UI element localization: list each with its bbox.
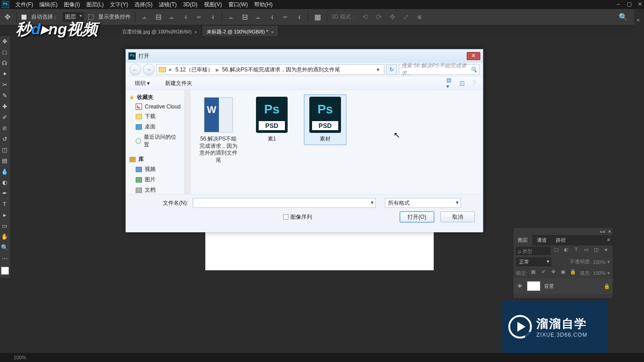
edit-toolbar-icon[interactable]: ⋯ [0,255,9,264]
window-maximize-icon[interactable]: ▢ [626,1,632,7]
dialog-close-button[interactable]: ✕ [467,52,480,60]
file-item-psd-1[interactable]: PsPSD 素1 [251,94,293,145]
file-item-psd-2[interactable]: PsPSD 素材 [304,94,346,145]
path-bar[interactable]: « 5.12（已审核） ▶ 56.解决PS不能完成请求，因为意外的遇到文件尾 ▾ [156,64,384,75]
gradient-tool-icon[interactable]: ▤ [0,157,9,166]
menu-3d[interactable]: 3D(D) [183,1,198,8]
align-hcenter-icon[interactable]: ⫟ [194,13,204,22]
lock-pixels-icon[interactable]: ▦ [529,269,537,277]
newfolder-button[interactable]: 新建文件夹 [161,79,196,88]
search-icon[interactable]: 🔍 [619,13,628,22]
path-segment-1[interactable]: 5.12（已审核） [175,66,214,74]
layer-thumbnail[interactable] [527,281,540,291]
fill-value[interactable]: 100% [593,270,606,276]
menu-layer[interactable]: 图层(L) [86,1,104,9]
tab-layers[interactable]: 图层 [513,235,532,245]
view-mode-button[interactable]: ▤ ▾ [446,79,454,87]
lock-artboard-icon[interactable]: ▣ [559,269,567,277]
auto-align-icon[interactable]: ▦ [313,13,322,22]
filter-type-icon[interactable]: T [572,247,580,255]
color-swatch[interactable] [1,267,9,275]
align-right-icon[interactable]: ⫞ [208,13,217,22]
sidebar-videos[interactable]: 视频 [126,164,184,174]
pen-tool-icon[interactable]: ✒ [0,190,9,199]
shape-tool-icon[interactable]: ▭ [0,222,9,231]
sidebar-pictures[interactable]: 图片 [126,174,184,185]
sidebar-downloads[interactable]: 下载 [126,111,184,122]
panel-close-icon[interactable]: × [608,229,611,234]
filter-smart-icon[interactable]: ◫ [592,247,600,255]
sidebar-favorites[interactable]: ★收藏夹 [126,93,184,102]
sidebar-creative-cloud[interactable]: Creative Cloud [126,102,184,111]
magic-wand-tool-icon[interactable]: ✦ [0,71,9,80]
tab-channels[interactable]: 通道 [532,235,551,245]
healing-tool-icon[interactable]: ✚ [0,103,9,112]
crop-tool-icon[interactable]: ✂ [0,81,9,90]
tab-close-icon[interactable]: × [271,29,274,35]
tab-close-icon[interactable]: × [194,29,197,35]
zoom-tool-icon[interactable]: 🔍 [0,244,9,253]
menu-edit[interactable]: 编辑(E) [39,1,57,9]
sidebar-documents[interactable]: 文档 [126,185,184,194]
lock-all-icon[interactable]: 🔒 [569,269,577,277]
panel-collapse-icon[interactable]: « [634,16,642,24]
layer-row[interactable]: 👁 背景 🔒 [513,278,613,294]
sidebar-scrollbar[interactable] [185,90,191,194]
dialog-titlebar[interactable]: Ps 打开 ✕ [126,49,483,63]
opacity-value[interactable]: 100% [593,259,606,265]
path-select-tool-icon[interactable]: ▸ [0,212,9,221]
open-button[interactable]: 打开(O) [400,212,434,222]
panel-menu-icon[interactable]: ≡ [605,235,613,245]
filetype-dropdown[interactable]: 所有格式 [385,198,461,208]
filter-image-icon[interactable]: ▢ [552,247,560,255]
menu-view[interactable]: 视图(V) [204,1,222,9]
distribute-hcenter-icon[interactable]: ⫟ [281,13,290,22]
filter-shape-icon[interactable]: ▭ [582,247,590,255]
path-segment-2[interactable]: 56.解决PS不能完成请求，因为意外的遇到文件尾 [221,66,341,74]
menu-help[interactable]: 帮助(H) [254,1,273,9]
blend-mode-dropdown[interactable]: 正常▾ [516,258,551,266]
zoom-value[interactable]: 100% [14,355,26,360]
lock-position-icon[interactable]: ✐ [539,269,547,277]
sidebar-libraries[interactable]: 库 [126,155,184,164]
blur-tool-icon[interactable]: 💧 [0,168,9,177]
menu-window[interactable]: 窗口(W) [228,1,248,9]
sidebar-desktop[interactable]: 桌面 [126,122,184,132]
align-top-icon[interactable]: ⫠ [140,13,149,22]
window-minimize-icon[interactable]: – [615,1,621,7]
brush-tool-icon[interactable]: ✐ [0,114,9,123]
document-canvas[interactable] [205,230,434,270]
distribute-top-icon[interactable]: ⫠ [227,13,236,22]
menu-type[interactable]: 文字(Y) [110,1,128,9]
image-sequence-checkbox[interactable] [283,214,289,220]
tab-paths[interactable]: 路径 [551,235,570,245]
align-left-icon[interactable]: ⫞ [181,13,190,22]
move-tool-icon[interactable]: ✥ [3,13,12,22]
nav-back-button[interactable]: ← [129,64,141,75]
filter-toggle-icon[interactable]: ● [602,247,610,255]
layer-filter-input[interactable]: ρ 类型 [516,247,550,255]
eyedropper-tool-icon[interactable]: ✎ [0,92,9,101]
distribute-right-icon[interactable]: ⫞ [294,13,303,22]
file-list[interactable]: W 56.解决PS不能完成请求，因为意外的遇到文件尾 PsPSD 素1 PsPS… [191,90,483,194]
marquee-tool-icon[interactable]: ◻ [0,49,9,58]
path-dropdown-icon[interactable]: ▾ [374,66,382,73]
filter-adjust-icon[interactable]: ◐ [562,247,570,255]
nav-forward-button[interactable]: → [143,64,155,75]
help-button[interactable]: ❔ [469,79,478,87]
panel-collapse-icon[interactable]: «« [600,229,605,234]
menu-filter[interactable]: 滤镜(T) [159,1,176,9]
eraser-tool-icon[interactable]: ◫ [0,146,9,155]
distribute-vcenter-icon[interactable]: ⊟ [240,13,249,22]
align-vcenter-icon[interactable]: ⊟ [154,13,163,22]
menu-file[interactable]: 文件(F) [15,1,33,9]
cancel-button[interactable]: 取消 [440,212,475,222]
lasso-tool-icon[interactable]: ☊ [0,60,9,69]
organize-button[interactable]: 组织 ▾ [131,79,153,88]
path-root[interactable]: « [168,66,173,73]
stamp-tool-icon[interactable]: ⎚ [0,125,9,134]
preview-pane-button[interactable]: ◫ [458,79,466,87]
file-item-word[interactable]: W 56.解决PS不能完成请求，因为意外的遇到文件尾 [197,94,240,166]
search-input[interactable]: 搜索 56.解决PS不能完成请求... 🔍 [399,64,479,75]
move-tool-icon[interactable]: ✥ [0,38,9,47]
